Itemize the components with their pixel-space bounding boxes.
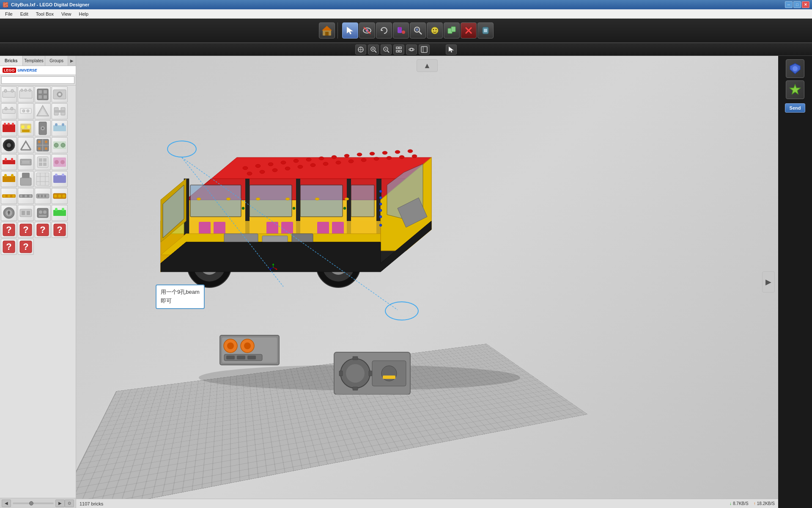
orbit-button[interactable] [406,44,417,55]
title-bar-controls[interactable]: ─ □ ✕ [785,1,809,8]
right-tool-shield[interactable] [786,59,804,78]
svg-point-137 [58,195,61,198]
hide-tool-button[interactable] [359,22,375,39]
brick-item[interactable] [35,120,51,136]
brick-item[interactable] [52,188,68,204]
brick-item[interactable] [1,188,17,204]
svg-point-244 [379,203,382,205]
nav-up-arrow[interactable]: ▲ [417,59,438,72]
brick-item[interactable] [18,171,34,187]
svg-rect-97 [5,158,7,161]
search-input[interactable] [1,76,74,84]
view-mode-button[interactable] [419,44,430,55]
menu-view[interactable]: View [58,11,75,17]
fit-view-button[interactable] [393,44,404,55]
delete-tool-button[interactable] [461,22,477,39]
tabs-arrow[interactable]: ▶ [68,56,76,66]
menu-toolbox[interactable]: Tool Box [33,11,57,17]
brick-item[interactable] [52,103,68,119]
brick-item[interactable]: ? [1,222,17,238]
tab-templates[interactable]: Templates [23,56,46,66]
brick-item[interactable] [18,188,34,204]
face-tool-button[interactable] [427,22,443,39]
svg-point-245 [379,209,382,212]
brick-item[interactable]: ? [1,239,17,255]
brick-item[interactable] [35,188,51,204]
home-button[interactable] [319,22,335,39]
svg-point-255 [227,342,234,349]
brick-item[interactable] [18,86,34,102]
right-panel: Send [778,56,812,508]
status-bar: 1107 bricks ↓ 8.7KB/S ↑ 18.2KB/S [76,499,778,508]
right-tool-star[interactable] [786,80,804,99]
svg-point-108 [55,160,59,164]
panel-scroll-home[interactable]: ⊙ [65,500,74,507]
zoom-tool-button[interactable] [410,22,426,39]
zoom-thumb[interactable] [29,501,33,505]
svg-point-188 [310,163,315,167]
rotate-tool-button[interactable] [376,22,392,39]
brick-item[interactable] [35,171,51,187]
brick-item[interactable] [1,86,17,102]
brick-item[interactable]: ? [18,222,34,238]
svg-rect-57 [3,109,15,113]
panel-scroll-left[interactable]: ◀ [2,500,11,507]
lego-logo-area: LEGO UNIVERSE [0,66,76,75]
brick-item[interactable] [35,137,51,153]
brick-row [1,120,75,136]
canvas-area[interactable]: 用一个9孔beam 即可 ▲ ▶ 1107 bricks ↓ 8.7KB/S ↑… [76,56,778,508]
brick-item[interactable] [1,171,17,187]
zoom-out-button[interactable] [381,44,392,55]
brick-item[interactable] [18,120,34,136]
close-button[interactable]: ✕ [802,1,809,8]
brick-item[interactable] [52,86,68,102]
maximize-button[interactable]: □ [793,1,801,8]
send-button[interactable]: Send [785,103,806,113]
brick-item[interactable] [18,205,34,221]
zoom-in-button[interactable] [368,44,379,55]
svg-point-14 [431,27,438,34]
tab-bricks[interactable]: Bricks [0,56,23,66]
brick-item[interactable] [52,154,68,170]
brick-item[interactable]: ? [52,222,68,238]
brick-item[interactable] [1,154,17,170]
menu-file[interactable]: File [2,11,16,17]
brick-item[interactable] [1,120,17,136]
tab-groups[interactable]: Groups [45,56,68,66]
brick-row [1,154,75,170]
select-tool-button[interactable] [342,22,358,39]
brick-item[interactable] [52,171,68,187]
brick-item[interactable] [52,120,68,136]
brick-item[interactable] [35,103,51,119]
brick-item[interactable] [52,205,68,221]
zoom-slider[interactable] [13,502,54,504]
wrench-tool-button[interactable] [477,22,494,39]
svg-point-124 [3,195,5,197]
paint-tool-button[interactable] [393,22,409,39]
clone-tool-button[interactable] [444,22,460,39]
nav-right-arrow[interactable]: ▶ [762,271,775,293]
brick-item[interactable] [35,86,51,102]
brick-item[interactable] [35,205,51,221]
svg-point-56 [58,93,61,96]
brick-item[interactable]: ? [35,222,51,238]
brick-item[interactable] [1,137,17,153]
svg-point-236 [285,198,290,200]
brick-item[interactable] [18,137,34,153]
brick-item[interactable] [1,103,17,119]
svg-rect-59 [11,107,13,110]
minimize-button[interactable]: ─ [785,1,793,8]
svg-point-9 [402,30,405,34]
menu-edit[interactable]: Edit [17,11,32,17]
pointer-button[interactable] [446,44,457,55]
brick-item[interactable]: ? [18,239,34,255]
pan-button[interactable] [355,44,366,55]
brick-item[interactable] [1,205,17,221]
menu-help[interactable]: Help [76,11,92,17]
brick-item[interactable] [52,137,68,153]
brick-item[interactable] [18,103,34,119]
brick-item[interactable] [18,154,34,170]
panel-scroll-right[interactable]: ▶ [55,500,65,507]
svg-rect-33 [396,47,398,49]
brick-item[interactable] [35,154,51,170]
